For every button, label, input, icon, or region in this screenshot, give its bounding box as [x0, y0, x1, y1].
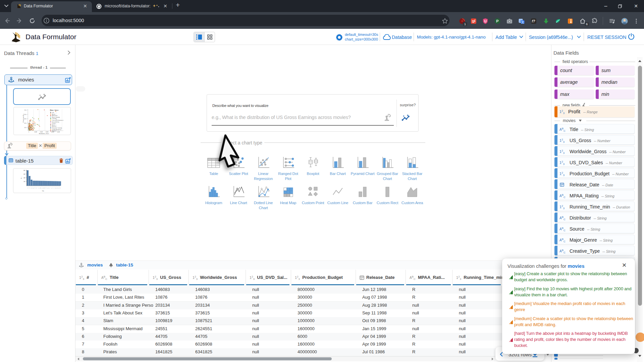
svg-text:50%: 50% [24, 114, 26, 115]
svg-text:Drama: Drama [52, 123, 56, 124]
svg-text:E...: E... [20, 177, 22, 179]
svg-text:8M: 8M [23, 170, 25, 171]
svg-text:4M: 4M [23, 177, 25, 179]
svg-text:Documentary: Documentary [52, 121, 59, 123]
svg-text:2M: 2M [23, 181, 25, 182]
svg-text:Concert/Performance: Concert/Performance [52, 120, 63, 121]
svg-text:Action: Action [52, 114, 55, 115]
svg-text:400M: 400M [51, 131, 54, 133]
svg-text:10%: 10% [24, 127, 26, 128]
svg-text:null: null [52, 112, 54, 113]
svg-text:200M: 200M [40, 131, 43, 133]
svg-text:0: 0 [29, 131, 29, 133]
svg-text:Production Bu...: Production Bu... [23, 113, 24, 122]
svg-text:Major_Genre: Major_Genre [50, 109, 59, 111]
svg-text:f?: f? [532, 19, 535, 23]
svg-text:文: 文 [521, 20, 524, 24]
svg-text:300M: 300M [46, 131, 49, 133]
svg-text:20%: 20% [24, 123, 26, 124]
svg-text:100M: 100M [34, 131, 37, 133]
svg-text:Title: Title [42, 190, 44, 192]
svg-text:P..: P.. [59, 187, 61, 189]
svg-text:P: P [496, 19, 498, 23]
svg-text:500M: 500M [57, 131, 60, 133]
svg-text:Horror: Horror [52, 124, 56, 126]
svg-text:Adventure: Adventure [52, 115, 57, 116]
svg-text:70%: 70% [24, 110, 26, 111]
svg-text:U: U [484, 19, 486, 23]
svg-text:Romantic Comedy: Romantic Comedy [52, 127, 62, 129]
svg-text:Black Comedy: Black Comedy [52, 117, 60, 118]
svg-text:Musical: Musical [52, 126, 56, 127]
svg-text:Thriller/Suspense: Thriller/Suspense [52, 129, 61, 130]
svg-text:Comedy: Comedy [52, 118, 57, 119]
svg-text:30%: 30% [24, 118, 26, 120]
svg-text:Worldwide_Gross: Worldwide_Gross [39, 133, 49, 134]
svg-text:6M: 6M [23, 174, 25, 175]
